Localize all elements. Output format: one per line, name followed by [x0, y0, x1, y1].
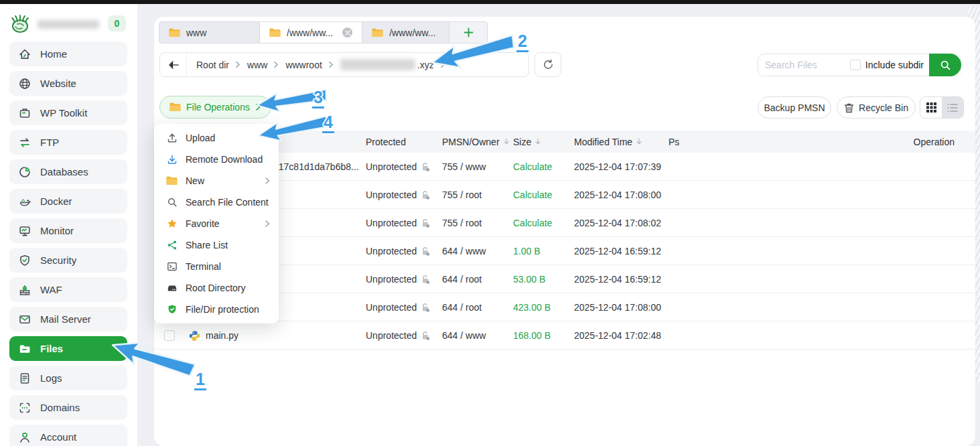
sort-down-icon[interactable] [503, 138, 510, 145]
protected-status: Unprotected [366, 153, 430, 181]
sidebar-item-domains[interactable]: Domains [9, 395, 127, 420]
pmsn-owner: 644 / root [442, 293, 482, 321]
sidebar-item-databases[interactable]: Databases [9, 159, 127, 184]
shield-icon [18, 254, 31, 267]
sort-down-icon[interactable] [636, 138, 642, 145]
sidebar-item-wp-toolkit[interactable]: WP Toolkit [9, 100, 127, 125]
size-calculate-link[interactable]: Calculate [513, 153, 552, 181]
header-ps[interactable]: Ps [669, 131, 679, 153]
modified-time: 2025-12-04 16:59:12 [574, 237, 661, 265]
header-modified-time[interactable]: Modified Time [574, 131, 642, 153]
search-button[interactable] [929, 54, 961, 76]
row-checkbox[interactable] [164, 321, 175, 350]
menu-item-share-list[interactable]: Share List [154, 234, 279, 256]
sidebar-item-label: FTP [40, 137, 59, 148]
sidebar-item-security[interactable]: Security [9, 248, 127, 273]
breadcrumb-domain-redacted[interactable] [340, 59, 415, 70]
search-icon [940, 60, 951, 71]
server-name-redacted [38, 20, 99, 29]
tab-current-dir[interactable]: /www/ww... [260, 22, 362, 43]
size-calculate-link[interactable]: Calculate [513, 209, 552, 237]
menu-item-new[interactable]: New [154, 170, 279, 192]
protected-status: Unprotected [366, 237, 430, 265]
firewall-flame-icon [18, 283, 31, 297]
sidebar-item-account[interactable]: Account [9, 425, 127, 446]
share-icon [166, 240, 178, 250]
search-input[interactable] [758, 60, 850, 70]
add-tab-button[interactable] [449, 22, 487, 43]
file-name[interactable]: main.py [206, 321, 238, 350]
sidebar-item-label: WP Toolkit [40, 107, 87, 119]
folder-icon [18, 342, 31, 356]
modified-time: 2025-12-04 16:59:12 [574, 265, 661, 293]
breadcrumb-root[interactable]: Root dir [196, 60, 229, 70]
include-subdir-checkbox[interactable] [850, 60, 861, 70]
breadcrumb-domain-suffix[interactable]: .xyz [417, 60, 434, 70]
sidebar-item-website[interactable]: Website [9, 71, 127, 96]
top-black-bar [0, 0, 980, 4]
sidebar-item-files[interactable]: Files [9, 336, 127, 361]
menu-item-terminal[interactable]: Terminal [154, 256, 279, 277]
menu-item-remote-download[interactable]: Remote Download [154, 149, 279, 170]
file-operations-label: File Operations [186, 102, 250, 113]
sidebar-item-docker[interactable]: Docker [9, 189, 127, 214]
star-icon [166, 218, 178, 229]
refresh-button[interactable] [535, 52, 561, 77]
table-row[interactable]: main.py Unprotected 644 / www 168.00 B 2… [154, 321, 975, 350]
list-view-button[interactable] [942, 97, 963, 118]
close-tab-icon[interactable] [342, 27, 352, 38]
header-operation: Operation [914, 131, 955, 153]
sidebar-item-monitor[interactable]: Monitor [9, 218, 127, 243]
backup-pmsn-button[interactable]: Backup PMSN [758, 96, 831, 119]
file-operations-button[interactable]: File Operations [159, 96, 271, 119]
upload-icon [166, 133, 178, 143]
menu-item-favorite[interactable]: Favorite [154, 213, 279, 234]
notification-badge[interactable]: 0 [108, 15, 126, 31]
sidebar-item-label: Mail Server [40, 313, 91, 325]
unlock-icon [421, 331, 430, 340]
pmsn-owner: 755 / root [442, 181, 482, 209]
size-calculate-link[interactable]: Calculate [513, 181, 552, 209]
tab-label: /www/ww... [287, 27, 333, 38]
breadcrumb-www[interactable]: www [247, 60, 267, 70]
sidebar-item-mail-server[interactable]: Mail Server [9, 307, 127, 331]
sidebar-item-label: Account [40, 431, 76, 443]
breadcrumb: Root dir www wwwroot .xyz [187, 59, 446, 70]
sidebar-item-label: WAF [40, 284, 62, 295]
file-manager-page: 0 Home Website WP Toolkit FTP Databases [0, 0, 980, 446]
menu-item-search-file-content[interactable]: Search File Content [154, 192, 279, 213]
grid-view-button[interactable] [920, 97, 942, 118]
transfer-arrows-icon [18, 136, 31, 149]
menu-item-upload[interactable]: Upload [154, 127, 279, 149]
pmsn-owner: 755 / root [442, 209, 482, 237]
menu-item-label: Terminal [186, 261, 271, 272]
path-bar: Root dir www wwwroot .xyz [159, 52, 529, 77]
file-size: 168.00 B [513, 321, 551, 350]
tab-other-dir[interactable]: /www/ww... [362, 22, 449, 43]
menu-item-label: Upload [186, 133, 271, 143]
sidebar-item-home[interactable]: Home [9, 42, 127, 66]
include-subdir-option: Include subdir [850, 60, 924, 70]
menu-item-label: Share List [186, 240, 271, 250]
menu-item-file-dir-protection[interactable]: File/Dir protection [154, 299, 279, 320]
recycle-bin-button[interactable]: Recycle Bin [837, 96, 916, 119]
chevron-right-icon [265, 177, 271, 185]
docker-icon [18, 195, 31, 208]
brand: 0 [9, 11, 130, 38]
menu-item-root-directory[interactable]: Root Directory [154, 277, 279, 299]
header-protected[interactable]: Protected [366, 131, 406, 153]
trash-icon [844, 102, 854, 113]
breadcrumb-wwwroot[interactable]: wwwroot [285, 60, 322, 70]
document-icon [18, 372, 31, 385]
back-button[interactable] [160, 53, 187, 76]
new-folder-icon [166, 176, 178, 185]
sidebar-item-ftp[interactable]: FTP [9, 130, 127, 155]
sidebar-item-label: Monitor [40, 225, 74, 236]
header-pmsn-owner[interactable]: PMSN/Owner [442, 131, 510, 153]
sidebar-item-logs[interactable]: Logs [9, 366, 127, 390]
sidebar-item-waf[interactable]: WAF [9, 277, 127, 302]
sort-down-icon[interactable] [535, 138, 541, 145]
unlock-icon [421, 303, 430, 312]
header-size[interactable]: Size [513, 131, 541, 153]
tab-www[interactable]: www [159, 22, 260, 43]
